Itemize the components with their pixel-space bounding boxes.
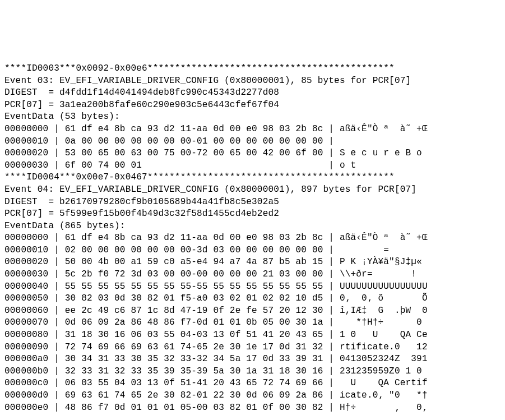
hex-dump-output: ****ID0003***0x0092-0x00e6**************… — [0, 61, 505, 420]
